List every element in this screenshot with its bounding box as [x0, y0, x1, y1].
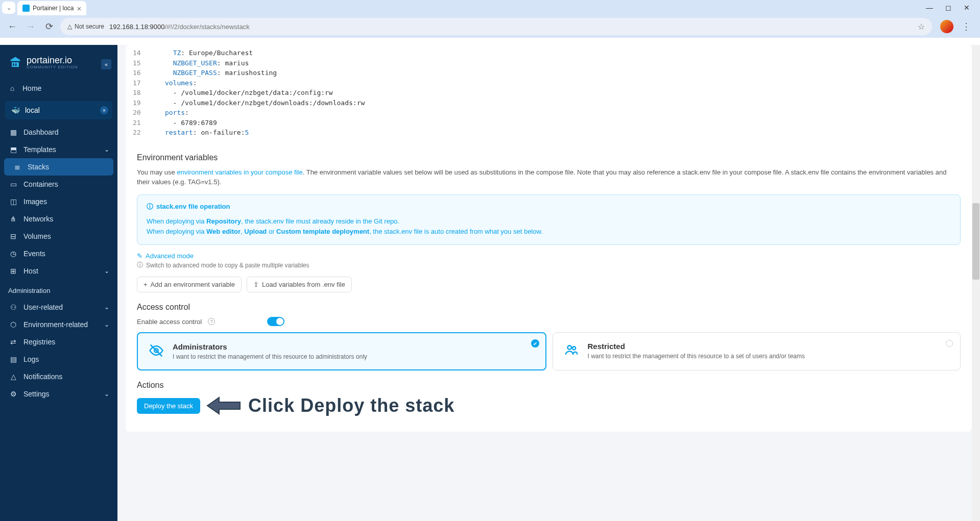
sidebar-item-notifications[interactable]: △Notifications: [0, 368, 117, 385]
close-window-icon[interactable]: ✕: [964, 4, 970, 12]
sidebar-item-label: Containers: [23, 180, 58, 188]
sidebar-item-label: Host: [23, 267, 38, 275]
check-icon: ✔: [531, 339, 539, 348]
sidebar: « portainer.io COMMUNITY EDITION ⌂ Home …: [0, 45, 117, 521]
logo[interactable]: portainer.io COMMUNITY EDITION: [0, 45, 117, 80]
main-content: 141516171819202122 TZ: Europe/Bucharest …: [117, 45, 980, 521]
access-card-administrators[interactable]: ✔ Administrators I want to restrict the …: [137, 332, 546, 370]
sidebar-item-label: Home: [22, 84, 41, 92]
sidebar-item-label: Logs: [23, 355, 39, 363]
sidebar-item-host[interactable]: ⊞Host⌄: [0, 262, 117, 280]
compose-editor[interactable]: 141516171819202122 TZ: Europe/Bucharest …: [126, 45, 972, 148]
images-icon: ◫: [9, 197, 17, 206]
templates-icon: ⬒: [9, 145, 17, 154]
access-control-toggle[interactable]: [267, 317, 284, 326]
browser-tab[interactable]: Portainer | loca ×: [17, 1, 86, 15]
back-icon[interactable]: ←: [5, 19, 19, 34]
scrollbar-thumb[interactable]: [972, 203, 979, 280]
brand-name: portainer.io: [27, 55, 78, 66]
stackenv-info-box: ⓘ stack.env file operation When deployin…: [137, 194, 961, 245]
sidebar-item-home[interactable]: ⌂ Home: [0, 80, 117, 97]
sidebar-item-dashboard[interactable]: ▦Dashboard: [0, 123, 117, 141]
add-env-var-button[interactable]: + Add an environment variable: [137, 277, 242, 292]
restricted-card-title: Restricted: [588, 342, 805, 351]
env-title: Environment variables: [137, 153, 961, 162]
code-body[interactable]: TZ: Europe/Bucharest NZBGET_USER: marius…: [149, 48, 365, 138]
annotation-arrow-icon: [206, 395, 242, 416]
docker-icon: 🐳: [11, 106, 20, 114]
browser-chrome: ⌄ Portainer | loca × — ◻ ✕ ← → ⟳ △ Not s…: [0, 0, 980, 38]
deploy-stack-button[interactable]: Deploy the stack: [137, 398, 200, 414]
containers-icon: ▭: [9, 180, 17, 188]
annotation-text: Click Deploy the stack: [248, 395, 455, 416]
radio-icon: [946, 340, 953, 347]
chevron-down-icon: ⌄: [104, 390, 109, 398]
sidebar-item-settings[interactable]: ⚙Settings⌄: [0, 385, 117, 403]
maximize-icon[interactable]: ◻: [945, 4, 951, 12]
access-title: Access control: [137, 303, 961, 312]
sidebar-item-label: Registries: [23, 338, 55, 346]
access-card-restricted[interactable]: Restricted I want to restrict the manage…: [553, 332, 961, 370]
sidebar-item-events[interactable]: ◷Events: [0, 245, 117, 262]
brand-subtitle: COMMUNITY EDITION: [27, 65, 78, 69]
svg-rect-0: [13, 63, 14, 66]
access-section: Access control Enable access control ? ✔: [126, 297, 972, 376]
sidebar-item-label: Images: [23, 197, 47, 206]
settings-icon: ⚙: [9, 390, 17, 398]
sidebar-item-networks[interactable]: ⋔Networks: [0, 210, 117, 228]
env-help: You may use environment variables in you…: [137, 167, 961, 187]
tab-dropdown[interactable]: ⌄: [2, 2, 15, 14]
info-box-body: When deploying via Repository, the stack…: [147, 216, 951, 238]
bookmark-star-icon[interactable]: ☆: [918, 22, 925, 32]
close-icon[interactable]: ×: [77, 4, 82, 13]
chevron-down-icon: ⌄: [104, 321, 109, 328]
tab-title: Portainer | loca: [33, 5, 74, 12]
env-close-icon[interactable]: ×: [100, 106, 108, 114]
svg-rect-1: [15, 63, 16, 66]
forward-icon[interactable]: →: [23, 19, 38, 34]
app: « portainer.io COMMUNITY EDITION ⌂ Home …: [0, 45, 980, 521]
sidebar-item-logs[interactable]: ▤Logs: [0, 351, 117, 368]
sidebar-item-containers[interactable]: ▭Containers: [0, 176, 117, 193]
admin-section-title: Administration: [0, 280, 117, 299]
kebab-menu-icon[interactable]: ⋮: [958, 21, 975, 32]
chevron-down-icon: ⌄: [104, 304, 109, 311]
sidebar-item-label: Networks: [23, 215, 53, 223]
volumes-icon: ⊟: [9, 232, 17, 240]
load-env-file-button[interactable]: ⇪ Load variables from .env file: [247, 277, 352, 292]
info-icon: ⓘ: [147, 202, 153, 211]
sidebar-item-label: Volumes: [23, 232, 51, 240]
sidebar-item-images[interactable]: ◫Images: [0, 193, 117, 210]
sidebar-collapse-icon[interactable]: «: [101, 59, 111, 69]
reload-icon[interactable]: ⟳: [42, 19, 56, 34]
sidebar-item-user-related[interactable]: ⚇User-related⌄: [0, 299, 117, 316]
profile-avatar[interactable]: [940, 20, 953, 33]
sidebar-item-label: Stacks: [28, 163, 49, 171]
home-icon: ⌂: [8, 84, 16, 92]
sidebar-item-label: Notifications: [23, 373, 62, 381]
sidebar-item-label: Settings: [23, 390, 50, 398]
sidebar-item-templates[interactable]: ⬒Templates⌄: [0, 141, 117, 158]
env-help-link[interactable]: environment variables in your compose fi…: [177, 168, 302, 176]
sidebar-item-environment-related[interactable]: ⬡Environment-related⌄: [0, 316, 117, 333]
url-bar[interactable]: △ Not secure 192.168.1.18:9000/#!/2/dock…: [60, 18, 932, 35]
advanced-mode-link[interactable]: ✎ Advanced mode: [137, 252, 961, 260]
dashboard-icon: ▦: [9, 128, 17, 136]
host-icon: ⊞: [9, 267, 17, 275]
scrollbar[interactable]: [972, 45, 980, 521]
nav-bar: ← → ⟳ △ Not secure 192.168.1.18:9000/#!/…: [0, 15, 980, 38]
plus-icon: +: [144, 281, 148, 288]
minimize-icon[interactable]: —: [926, 4, 933, 12]
sidebar-item-registries[interactable]: ⇄Registries: [0, 333, 117, 351]
security-indicator[interactable]: △ Not secure: [67, 23, 104, 30]
sidebar-item-label: Events: [23, 250, 45, 258]
environment-selector[interactable]: 🐳 local ×: [5, 101, 112, 119]
env-section: Environment variables You may use enviro…: [126, 148, 972, 298]
info-small-icon: ⓘ: [137, 261, 143, 269]
sidebar-item-stacks[interactable]: ≣Stacks: [4, 158, 113, 176]
notifications-icon: △: [9, 373, 17, 381]
sidebar-item-volumes[interactable]: ⊟Volumes: [0, 228, 117, 245]
portainer-logo-icon: [8, 55, 22, 69]
info-box-title: ⓘ stack.env file operation: [147, 202, 951, 211]
help-icon[interactable]: ?: [208, 318, 215, 325]
